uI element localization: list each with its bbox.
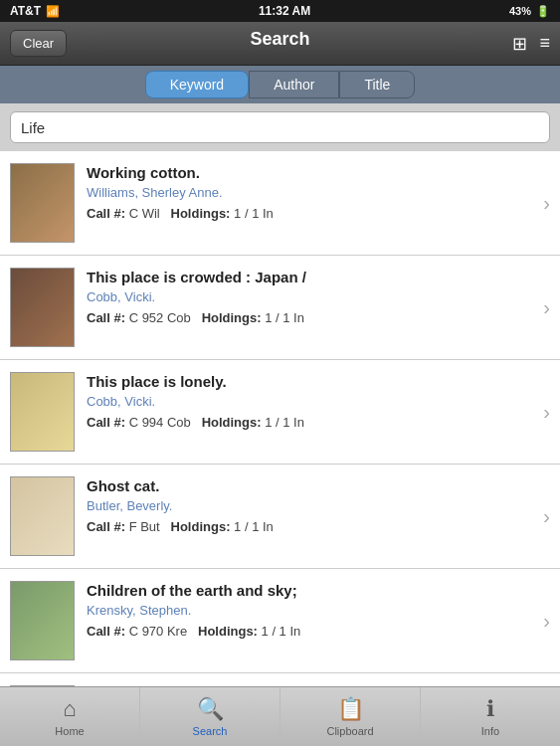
book-cover <box>10 581 75 660</box>
tab-search[interactable]: 🔍Search <box>140 687 280 746</box>
tab-label-home: Home <box>55 725 84 737</box>
book-cover <box>10 268 75 347</box>
chevron-right-icon: › <box>543 610 550 633</box>
result-call-info: Call #: C Wil Holdings: 1 / 1 In <box>87 206 527 221</box>
search-icon: 🔍 <box>197 696 224 722</box>
result-author: Williams, Sherley Anne. <box>87 185 527 200</box>
tab-info[interactable]: ℹInfo <box>421 687 560 746</box>
result-title: This place is crowded : Japan / <box>87 268 527 287</box>
book-cover <box>10 372 75 452</box>
result-item[interactable]: Anna, Grandpa, and the big storm.Stevens… <box>0 673 560 686</box>
result-content: Ghost cat.Butler, Beverly.Call #: F But … <box>87 476 527 534</box>
search-tab-keyword[interactable]: Keyword <box>145 71 249 98</box>
chevron-right-icon: › <box>543 505 550 528</box>
search-type-tabs: KeywordAuthorTitle <box>0 66 560 103</box>
result-title: Children of the earth and sky; <box>87 581 527 601</box>
info-icon: ℹ <box>486 696 494 722</box>
tab-clipboard[interactable]: 📋Clipboard <box>280 687 421 746</box>
book-cover <box>10 163 75 243</box>
result-item[interactable]: This place is crowded : Japan /Cobb, Vic… <box>0 256 560 360</box>
result-call-info: Call #: C 994 Cob Holdings: 1 / 1 In <box>87 415 527 430</box>
tab-home[interactable]: ⌂Home <box>0 687 140 746</box>
result-item[interactable]: Ghost cat.Butler, Beverly.Call #: F But … <box>0 465 560 569</box>
result-content: Children of the earth and sky;Krensky, S… <box>87 581 527 639</box>
result-title: Working cotton. <box>87 163 527 183</box>
clear-button[interactable]: Clear <box>10 30 67 57</box>
tab-label-search: Search <box>193 725 228 737</box>
search-input-area <box>0 103 560 151</box>
chevron-right-icon: › <box>543 296 550 319</box>
nav-icons: ⊞ ≡ <box>512 33 550 55</box>
search-tab-author[interactable]: Author <box>249 71 339 98</box>
nav-bar: Clear Search ⊞ ≡ <box>0 22 560 66</box>
result-author: Cobb, Vicki. <box>87 394 527 409</box>
battery-icon: 🔋 <box>536 5 550 18</box>
result-call-info: Call #: C 952 Cob Holdings: 1 / 1 In <box>87 310 527 325</box>
tab-bar: ⌂Home🔍Search📋ClipboardℹInfo <box>0 686 560 746</box>
grid-icon[interactable]: ⊞ <box>512 33 527 55</box>
result-item[interactable]: Working cotton.Williams, Sherley Anne.Ca… <box>0 151 560 256</box>
chevron-right-icon: › <box>543 192 550 215</box>
time-label: 11:32 AM <box>259 4 310 18</box>
result-item[interactable]: Children of the earth and sky;Krensky, S… <box>0 569 560 673</box>
result-author: Cobb, Vicki. <box>87 289 527 304</box>
status-bar: AT&T 📶 11:32 AM 43% 🔋 <box>0 0 560 22</box>
clipboard-icon: 📋 <box>337 696 364 722</box>
book-cover <box>10 476 75 556</box>
home-icon: ⌂ <box>63 696 76 722</box>
carrier-label: AT&T <box>10 4 41 18</box>
battery-label: 43% <box>509 5 531 17</box>
search-tab-title[interactable]: Title <box>339 71 415 98</box>
result-call-info: Call #: F But Holdings: 1 / 1 In <box>87 519 527 534</box>
result-item[interactable]: This place is lonely.Cobb, Vicki.Call #:… <box>0 360 560 465</box>
result-author: Butler, Beverly. <box>87 498 527 513</box>
result-title: Ghost cat. <box>87 476 527 496</box>
result-content: Working cotton.Williams, Sherley Anne.Ca… <box>87 163 527 221</box>
tab-label-clipboard: Clipboard <box>326 725 373 737</box>
result-title: This place is lonely. <box>87 372 527 392</box>
result-content: This place is crowded : Japan /Cobb, Vic… <box>87 268 527 325</box>
results-list: Working cotton.Williams, Sherley Anne.Ca… <box>0 151 560 686</box>
status-right: 43% 🔋 <box>509 5 550 18</box>
page-title: Search <box>250 29 309 50</box>
result-call-info: Call #: C 970 Kre Holdings: 1 / 1 In <box>87 624 527 639</box>
search-input[interactable] <box>10 111 550 143</box>
tab-label-info: Info <box>481 725 499 737</box>
chevron-right-icon: › <box>543 401 550 424</box>
status-left: AT&T 📶 <box>10 4 60 18</box>
result-content: This place is lonely.Cobb, Vicki.Call #:… <box>87 372 527 430</box>
wifi-icon: 📶 <box>46 5 60 18</box>
result-author: Krensky, Stephen. <box>87 603 527 618</box>
menu-icon[interactable]: ≡ <box>539 33 550 54</box>
